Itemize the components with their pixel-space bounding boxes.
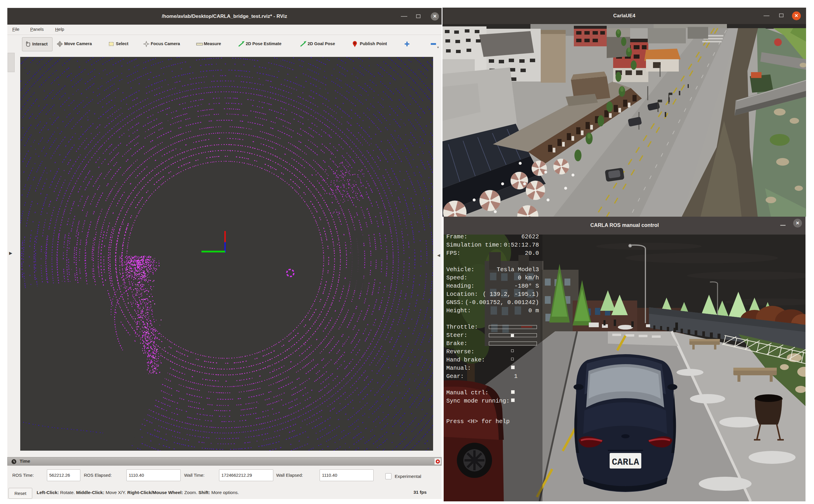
svg-text:CARLA: CARLA bbox=[612, 457, 639, 467]
